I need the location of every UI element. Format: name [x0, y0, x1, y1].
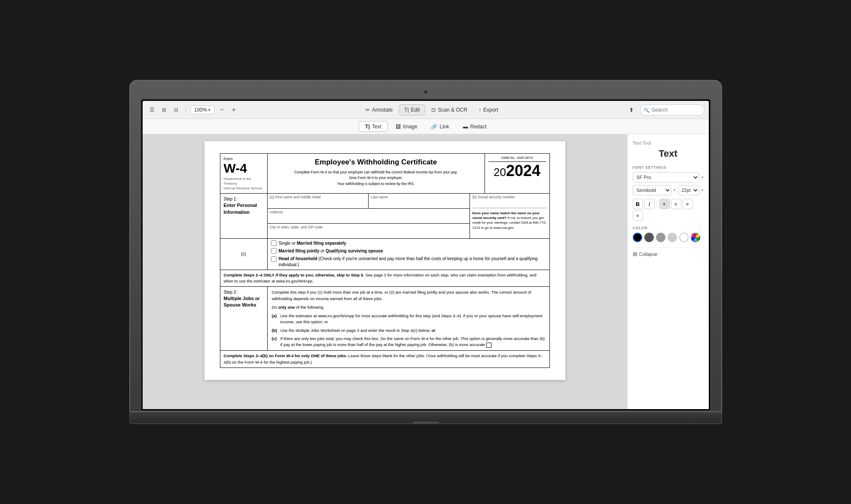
scan-icon: ⊡: [431, 107, 436, 113]
export-icon: ↑: [479, 107, 481, 113]
export-button[interactable]: ↑ Export: [473, 105, 503, 115]
color-dark-gray[interactable]: [644, 233, 654, 242]
font-family-chevron-icon: ▾: [702, 175, 704, 179]
image-icon: 🖼: [396, 124, 401, 130]
align-center-button[interactable]: ≡: [671, 199, 681, 209]
zoom-value: 100%: [194, 107, 207, 113]
last-name-field: Last name: [369, 194, 470, 208]
font-size-chevron-icon: ▾: [702, 188, 704, 192]
right-panel: Text Tool Text FONT SETTINGS SF Pro ▾: [627, 134, 709, 409]
search-wrapper: 🔍: [640, 104, 705, 115]
filing-c-label: (c): [220, 239, 268, 270]
grid-view-icon[interactable]: ⊞: [159, 105, 169, 115]
font-family-row: SF Pro ▾: [633, 172, 704, 182]
style-row: B I ≡ ≡ ≡ ≡: [633, 199, 704, 221]
first-name-input[interactable]: [270, 200, 366, 207]
text-tool-icon: T|: [365, 123, 370, 130]
step3-instructions: Complete Steps 3–4(b) on Form W-4 for on…: [220, 351, 550, 368]
form-title-area: Employee's Withholding Certificate Compl…: [268, 154, 485, 193]
collapse-icon: ▤: [633, 251, 637, 257]
zoom-in-button[interactable]: +: [229, 105, 238, 115]
color-black[interactable]: [633, 233, 642, 242]
form-omb-area: OMB No. 1545-0074 202024: [485, 154, 549, 193]
instructions-para: Complete Steps 2–4 ONLY if they apply to…: [220, 270, 550, 287]
color-white[interactable]: [679, 233, 689, 242]
last-name-input[interactable]: [371, 200, 467, 207]
collapse-button[interactable]: ▤ Collapse: [633, 251, 704, 257]
sub-toolbar: T| Text 🖼 Image 🔗 Link ▬: [143, 119, 709, 134]
image-tool-button[interactable]: 🖼 Image: [390, 122, 423, 131]
edit-icon: T|: [404, 107, 409, 113]
justify-button[interactable]: ≡: [633, 210, 643, 221]
annotate-icon: ✏: [366, 107, 370, 113]
font-style-row: Semibold ▾ 22pt ▾: [633, 185, 704, 195]
step2-content: Complete this step if you (1) hold more …: [268, 287, 549, 350]
scan-ocr-button[interactable]: ⊡ Scan & OCR: [426, 105, 473, 115]
search-input[interactable]: [640, 104, 705, 115]
link-tool-button[interactable]: 🔗 Link: [425, 122, 455, 131]
city-input[interactable]: [270, 230, 467, 237]
zoom-control[interactable]: 100% ▾: [190, 106, 215, 114]
italic-button[interactable]: I: [644, 199, 655, 209]
redact-icon: ▬: [463, 124, 468, 130]
redact-tool-button[interactable]: ▬ Redact: [457, 122, 492, 131]
filing-options-area: Single or Married filing separately Marr…: [268, 239, 549, 270]
first-name-field: (a) First name and middle initial: [268, 194, 369, 208]
panel-section-title: Text: [633, 148, 704, 159]
font-style-chevron-icon: ▾: [674, 188, 676, 192]
zoom-out-button[interactable]: −: [217, 105, 226, 115]
zoom-chevron-icon: ▾: [208, 108, 210, 112]
link-icon: 🔗: [431, 124, 437, 130]
panel-view-icon[interactable]: ⊟: [171, 105, 181, 115]
main-toolbar: ☰ ⊞ ⊟ 100% ▾ − +: [143, 101, 709, 119]
step1-label: Step 1: Enter Personal Information: [220, 194, 268, 238]
font-size-select[interactable]: 22pt: [678, 185, 699, 195]
married-joint-checkbox[interactable]: [271, 248, 277, 254]
color-light-gray[interactable]: [668, 233, 677, 242]
bold-button[interactable]: B: [633, 199, 643, 209]
align-left-button[interactable]: ≡: [659, 199, 670, 209]
step1-fields: (a) First name and middle initial Last n…: [268, 194, 470, 238]
align-right-button[interactable]: ≡: [683, 199, 693, 209]
font-settings-label: FONT SETTINGS: [633, 165, 704, 170]
color-medium-gray[interactable]: [656, 233, 665, 242]
screen: ☰ ⊞ ⊟ 100% ▾ − +: [140, 99, 711, 411]
color-label: COLOR: [633, 226, 704, 230]
ssn-area: (b) Social security number Does your nam…: [470, 194, 549, 238]
step2-label: Step 2: Multiple Jobs or Spouse Works: [220, 287, 268, 350]
color-rainbow[interactable]: [691, 233, 700, 242]
color-swatches-row: [633, 233, 704, 242]
font-family-select[interactable]: SF Pro: [633, 172, 699, 182]
document-area: Form W-4 Department of the Treasury Inte…: [143, 134, 627, 409]
annotate-button[interactable]: ✏ Annotate: [360, 105, 398, 115]
search-icon: 🔍: [644, 107, 650, 112]
text-tool-button[interactable]: T| Text: [359, 121, 388, 132]
panel-tool-title: Text Tool: [633, 140, 704, 146]
address-input[interactable]: [270, 215, 467, 222]
edit-button[interactable]: T| Edit: [399, 104, 425, 115]
sidebar-toggle-icon[interactable]: ☰: [147, 105, 157, 115]
document-page: Form W-4 Department of the Treasury Inte…: [204, 141, 565, 380]
head-household-checkbox[interactable]: [271, 256, 277, 262]
form-label: Form W-4 Department of the Treasury Inte…: [220, 154, 268, 193]
camera-dot: [424, 90, 427, 94]
share-button[interactable]: ⬆: [625, 104, 637, 116]
font-style-select[interactable]: Semibold: [633, 185, 671, 195]
single-checkbox[interactable]: [271, 240, 277, 246]
ssn-input[interactable]: [473, 201, 547, 208]
